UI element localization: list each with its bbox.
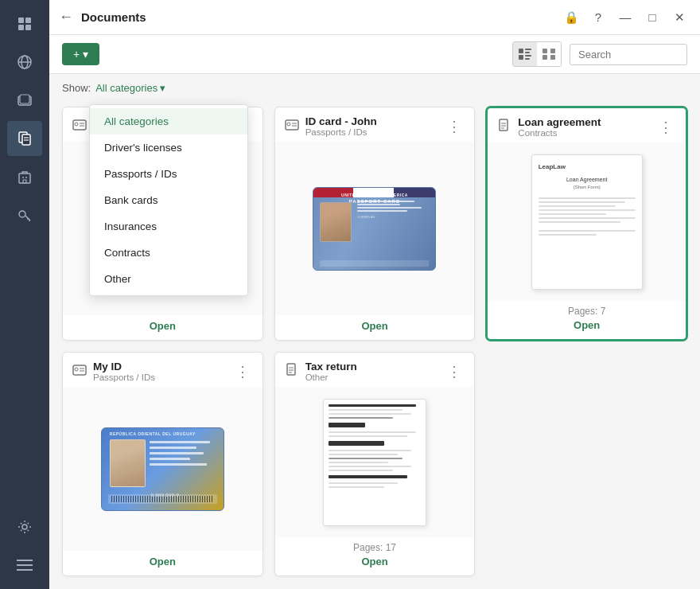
svg-rect-33 [550,55,555,60]
back-button[interactable]: ← [59,9,73,25]
add-button[interactable]: + ▾ [62,43,99,65]
sidebar-item-building[interactable] [7,159,42,194]
doc-preview [275,387,475,537]
maximize-button[interactable]: □ [641,6,663,29]
sidebar-item-settings[interactable] [7,509,42,544]
dropdown-item-all-categories[interactable]: All categories [90,108,247,135]
tax-line [329,431,416,433]
svg-rect-26 [525,52,530,53]
category-dropdown-menu: All categories Driver's licenses Passpor… [89,104,248,296]
doc-card-header: Tax return Other ⋮ [275,353,475,387]
doc-type-icon [497,119,511,136]
main-content: ← Documents 🔒 ? — □ ✕ + ▾ [49,0,700,589]
dropdown-item-insurances[interactable]: Insurances [90,213,247,240]
svg-rect-0 [18,18,24,23]
doc-name: ID card - John [305,115,438,127]
myid-photo [110,439,146,487]
myid-line [150,458,190,460]
doc-info: Tax return Other [305,361,438,382]
doc-category: Other [305,373,438,382]
filter-bar: Show: All categories ▾ All categories Dr… [49,74,700,99]
loan-preview-doc: LeapLaw Loan Agreement (Short Form) [531,154,643,290]
svg-rect-24 [519,49,523,53]
loan-spacer [539,230,636,238]
loan-line [539,201,626,203]
add-label: ▾ [83,48,88,60]
doc-type-icon [285,363,299,380]
tax-block [329,423,365,427]
svg-point-20 [22,525,27,529]
doc-category: Passports / IDs [93,373,226,382]
dropdown-item-passports-ids[interactable]: Passports / IDs [90,161,247,187]
svg-rect-29 [525,58,530,60]
doc-name: Tax return [305,361,438,373]
tax-line [329,454,398,455]
search-input[interactable] [570,44,687,65]
doc-info: ID card - John Passports / IDs [305,115,438,137]
sidebar-item-docs[interactable] [7,121,42,156]
sidebar-item-globe[interactable] [7,45,42,80]
tax-line [329,417,393,419]
svg-rect-42 [500,119,508,131]
loan-line [539,234,597,236]
minimize-button[interactable]: — [614,6,636,29]
doc-category: Contracts [518,128,649,138]
titlebar: ← Documents 🔒 ? — □ ✕ [49,0,700,35]
doc-open-button[interactable]: Open [150,556,176,568]
sidebar-item-menu[interactable] [7,548,42,583]
window-controls: 🔒 ? — □ ✕ [560,6,690,29]
doc-menu-button[interactable]: ⋮ [444,118,465,135]
dropdown-item-other[interactable]: Other [90,266,247,292]
loan-line [539,197,636,199]
doc-card-tax-return: Tax return Other ⋮ [274,352,476,576]
svg-rect-3 [25,25,31,30]
help-button[interactable]: ? [587,6,609,29]
doc-type-icon [72,363,87,380]
dropdown-item-bank-cards[interactable]: Bank cards [90,187,247,213]
sidebar-item-grid[interactable] [7,6,42,41]
loan-line [539,213,606,215]
doc-footer: Open [63,551,262,575]
svg-rect-30 [542,49,547,53]
tax-line [329,441,384,446]
myid-line [150,452,204,454]
doc-menu-button[interactable]: ⋮ [444,363,465,380]
doc-open-button[interactable]: Open [361,320,387,332]
doc-menu-button[interactable]: ⋮ [655,119,676,136]
doc-info: Loan agreement Contracts [518,116,649,138]
id-text-line [357,204,400,205]
filter-show-label: Show: [62,82,91,94]
myid-line [150,447,197,449]
id-photo [320,202,352,242]
svg-rect-8 [20,95,29,103]
dropdown-item-contracts[interactable]: Contracts [90,240,247,266]
doc-name: Loan agreement [518,116,649,128]
filter-chevron-icon: ▾ [160,82,165,94]
view-list-button[interactable] [513,42,537,66]
doc-open-button[interactable]: Open [574,319,600,331]
toolbar: + ▾ [49,35,700,74]
doc-card-id-john: ID card - John Passports / IDs ⋮ UNITED … [274,107,476,341]
tax-line [329,462,388,463]
filter-dropdown-button[interactable]: All categories ▾ [95,82,165,94]
dropdown-item-drivers-licenses[interactable]: Driver's licenses [90,135,247,161]
doc-open-button[interactable]: Open [361,556,387,568]
doc-menu-button[interactable]: ⋮ [232,363,253,380]
close-button[interactable]: ✕ [668,6,690,29]
myid-preview-card: REPÚBLICA ORIENTAL DEL URUGUAY 9.999.999… [101,427,224,511]
lock-button[interactable]: 🔒 [560,6,582,29]
doc-open-button[interactable]: Open [150,320,176,332]
doc-card-loan-agreement: Loan agreement Contracts ⋮ LeapLaw Loan … [486,107,687,341]
svg-point-39 [287,123,290,126]
sidebar-item-cards[interactable] [7,83,42,118]
view-toggle [512,41,562,67]
sidebar-item-key[interactable] [7,197,42,232]
loan-line [539,221,621,223]
doc-info: My ID Passports / IDs [93,361,226,382]
tax-line [329,413,411,415]
tax-line [329,486,384,488]
svg-rect-27 [519,55,523,60]
loan-line [539,209,636,211]
myid-country: REPÚBLICA ORIENTAL DEL URUGUAY [110,431,196,436]
view-grid-button[interactable] [537,42,561,66]
